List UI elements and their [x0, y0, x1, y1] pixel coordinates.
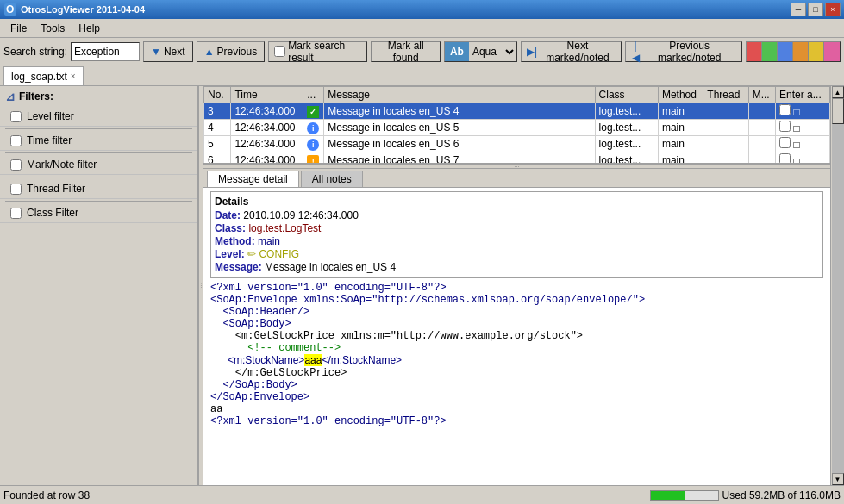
date-text: 2010.10.09 12:46:34.000 — [243, 209, 358, 221]
next-marked-button[interactable]: ▶| Next marked/noted — [521, 41, 622, 62]
note-check[interactable] — [779, 104, 791, 115]
thread-filter-label: Thread Filter — [27, 183, 85, 195]
next-button[interactable]: ▼ Next — [143, 41, 193, 62]
file-tab[interactable]: log_soap.txt × — [3, 66, 84, 85]
level-filter-check[interactable] — [10, 111, 22, 122]
class-filter-check[interactable] — [10, 208, 22, 219]
note-check[interactable] — [779, 121, 791, 132]
filter-title: Filters: — [19, 90, 53, 103]
cell-level: ✓ — [303, 103, 324, 120]
tab-row: log_soap.txt × — [0, 65, 844, 86]
cell-time: 12:46:34.000 — [231, 103, 303, 120]
cell-no: 5 — [204, 136, 231, 152]
xml-line: <m:GetStockPrice xmlns:m="http://www.exa… — [210, 330, 823, 342]
table-row[interactable]: 6 12:46:34.000 ! Message in locales en_U… — [204, 152, 830, 165]
thread-filter[interactable]: Thread Filter — [0, 179, 197, 199]
level-value: CONFIG — [259, 248, 299, 260]
marker-yellow[interactable] — [809, 42, 824, 61]
time-filter-check[interactable] — [10, 135, 22, 146]
scroll-up-btn[interactable]: ▲ — [832, 86, 844, 98]
cell-no: 3 — [204, 103, 231, 120]
cell-thread — [703, 120, 748, 136]
memory-progress-bar — [650, 490, 719, 501]
xml-line: <SoAp:Body> — [210, 318, 823, 330]
prev-marked-button[interactable]: |◀ Previous marked/noted — [625, 41, 742, 62]
search-input[interactable] — [71, 42, 140, 61]
up-arrow-icon: ▲ — [204, 46, 215, 58]
mark-search-checkbox[interactable]: Mark search result — [268, 41, 367, 62]
log-table-area: No. Time ... Message Class Method Thread… — [203, 86, 830, 164]
menu-tools[interactable]: Tools — [34, 21, 72, 36]
filter-divider-4 — [5, 201, 192, 202]
time-filter-label: Time filter — [27, 134, 72, 146]
time-filter[interactable]: Time filter — [0, 131, 197, 151]
search-label: Search string: — [3, 46, 67, 58]
table-row[interactable]: 3 12:46:34.000 ✓ Message in locales en_U… — [204, 103, 830, 120]
tab-message-detail[interactable]: Message detail — [207, 171, 299, 187]
mark-filter-check[interactable] — [10, 159, 22, 171]
maximize-button[interactable]: □ — [808, 3, 823, 16]
cell-method: main — [658, 152, 703, 165]
class-filter-label: Class Filter — [27, 207, 78, 219]
details-title: Details — [215, 196, 819, 208]
minimize-button[interactable]: ─ — [791, 3, 806, 16]
mark-all-button[interactable]: Mark all found — [371, 41, 441, 62]
marker-blue[interactable] — [778, 42, 793, 61]
col-thread: Thread — [703, 87, 748, 103]
marker-red[interactable] — [747, 42, 762, 61]
class-label: Class: — [215, 222, 246, 234]
marker-orange[interactable] — [793, 42, 809, 61]
level-label: Level: — [215, 248, 245, 260]
col-mark: M... — [748, 87, 775, 103]
main-area: ⊿ Filters: Level filter Time filter Mark… — [0, 86, 844, 485]
xml-line: <SoAp:Envelope xmlns:SoAp="http://schema… — [210, 294, 823, 306]
scroll-down-btn[interactable]: ▼ — [832, 473, 844, 485]
log-table-body: 3 12:46:34.000 ✓ Message in locales en_U… — [204, 103, 830, 165]
marker-green[interactable] — [762, 42, 778, 61]
class-filter[interactable]: Class Filter — [0, 203, 197, 223]
tab-all-notes[interactable]: All notes — [301, 171, 363, 187]
marker-buttons — [746, 41, 841, 62]
window-title: OtrosLogViewer 2011-04-04 — [21, 4, 791, 15]
table-row[interactable]: 4 12:46:34.000 i Message in locales en_U… — [204, 120, 830, 136]
mark-search-check[interactable] — [274, 46, 285, 57]
detail-content: Details Date: 2010.10.09 12:46:34.000 Cl… — [203, 188, 830, 485]
method-text: main — [258, 235, 280, 247]
mark-filter[interactable]: Mark/Note filter — [0, 155, 197, 175]
col-method: Method — [658, 87, 703, 103]
svg-text:O: O — [6, 3, 14, 16]
table-row[interactable]: 5 12:46:34.000 i Message in locales en_U… — [204, 136, 830, 152]
menu-bar: File Tools Help — [0, 19, 844, 38]
cell-class: log.test... — [595, 152, 658, 165]
detail-date-row: Date: 2010.10.09 12:46:34.000 — [215, 209, 819, 221]
note-check[interactable] — [779, 153, 791, 164]
cell-message: Message in locales en_US 7 — [324, 152, 595, 165]
cell-class: log.test... — [595, 103, 658, 120]
xml-line: <?xml version="1.0" encoding="UTF-8"?> — [210, 415, 823, 427]
thread-filter-check[interactable] — [10, 184, 22, 195]
filter-header: ⊿ Filters: — [0, 86, 197, 107]
cell-thread — [703, 136, 748, 152]
cell-class: log.test... — [595, 120, 658, 136]
color-select[interactable]: Aqua Red Green Blue Yellow Pink — [469, 42, 516, 61]
cell-class: log.test... — [595, 136, 658, 152]
cell-message: Message in locales en_US 6 — [324, 136, 595, 152]
scroll-track[interactable] — [832, 98, 844, 473]
level-icon: ✏ — [247, 248, 259, 260]
close-button[interactable]: × — [825, 3, 841, 16]
menu-file[interactable]: File — [3, 21, 34, 36]
previous-button[interactable]: ▲ Previous — [197, 41, 266, 62]
cell-message: Message in locales en_US 5 — [324, 120, 595, 136]
marker-pink[interactable] — [824, 42, 840, 61]
xml-line: <m:StockName>aaa</m:StockName> — [210, 354, 823, 367]
scroll-thumb[interactable] — [832, 98, 844, 124]
level-filter[interactable]: Level filter — [0, 107, 197, 127]
cell-method: main — [658, 120, 703, 136]
filter-divider-1 — [5, 128, 192, 129]
content-split: ⊿ Filters: Level filter Time filter Mark… — [0, 86, 844, 485]
file-tab-label: log_soap.txt — [11, 71, 67, 83]
note-check[interactable] — [779, 137, 791, 148]
cell-time: 12:46:34.000 — [231, 120, 303, 136]
menu-help[interactable]: Help — [72, 21, 107, 36]
file-tab-close[interactable]: × — [71, 72, 76, 81]
